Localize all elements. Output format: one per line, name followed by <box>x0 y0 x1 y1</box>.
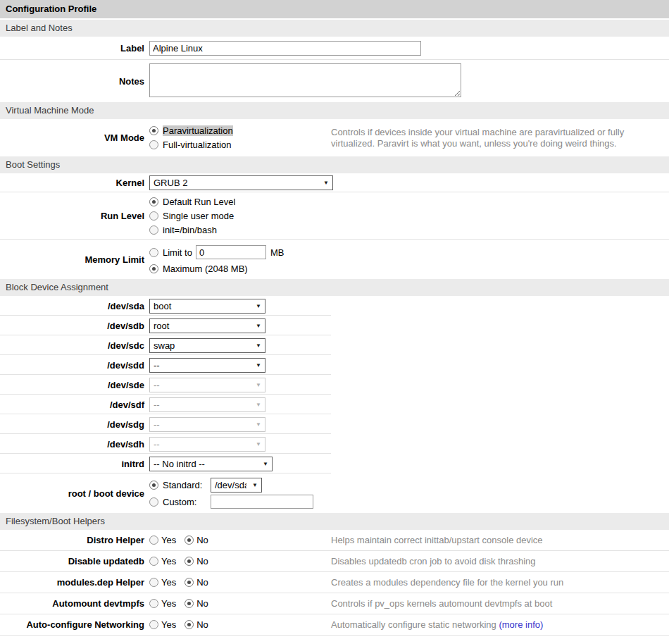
block-device-select-sdb[interactable]: root <box>149 318 265 333</box>
block-device-label: /dev/sdh <box>0 439 149 450</box>
vm-mode-option-paravirtualization: Paravirtualization <box>149 124 331 138</box>
disable-updatedb-radio-no[interactable] <box>185 557 194 566</box>
run-level-options: Default Run Level Single user mode init=… <box>149 194 235 237</box>
root-device-radio-custom[interactable] <box>149 497 158 507</box>
helper-options: Yes No <box>149 598 331 609</box>
initrd-row: initrd -- No initrd -- <box>0 454 669 473</box>
disable-updatedb-radio-yes[interactable] <box>149 557 158 566</box>
root-device-custom-input[interactable] <box>211 495 313 509</box>
dropdown-arrow-icon <box>256 382 261 388</box>
root-device-standard-select[interactable]: /dev/sda <box>211 478 262 493</box>
memory-limit-row: Memory Limit Limit to MB Maximum (2048 M… <box>0 240 669 279</box>
helper-options: Yes No <box>149 556 331 566</box>
label-field-label: Label <box>0 43 149 54</box>
block-device-label: /dev/sdc <box>0 340 149 351</box>
run-level-radio-default[interactable] <box>149 197 158 206</box>
root-device-radio-standard[interactable] <box>149 481 158 490</box>
vm-mode-row: VM Mode Paravirtualization Full-virtuali… <box>0 119 669 156</box>
run-level-radio-single-user[interactable] <box>149 211 158 221</box>
helper-options: Yes No <box>149 535 331 545</box>
vm-mode-radio-full-virtualization[interactable] <box>149 140 158 149</box>
helper-row-modules-dep: modules.dep Helper Yes No Creates a modu… <box>0 572 669 593</box>
block-device-select-value: boot <box>154 301 250 311</box>
vm-mode-options: Paravirtualization Full-virtualization <box>149 124 331 152</box>
helper-help-text: Helps maintain correct inittab/upstart c… <box>331 535 661 546</box>
run-level-option-label: Single user mode <box>163 211 234 221</box>
block-device-select-sdh: -- <box>149 437 265 452</box>
automount-devtmpfs-radio-yes[interactable] <box>149 599 158 608</box>
root-boot-device-label: root / boot device <box>0 488 149 499</box>
block-device-select-value: -- <box>154 419 250 430</box>
label-input[interactable] <box>149 41 421 56</box>
section-header-block-device-assignment: Block Device Assignment <box>0 279 669 296</box>
auto-configure-networking-radio-yes[interactable] <box>149 620 158 629</box>
root-device-standard-label: Standard: <box>163 480 211 490</box>
page-title: Configuration Profile <box>0 0 669 18</box>
block-device-select-value: -- <box>154 400 250 410</box>
helper-help-text: Disables updatedb cron job to avoid disk… <box>331 556 661 567</box>
modules-dep-radio-yes[interactable] <box>149 578 158 587</box>
block-device-label: /dev/sdd <box>0 360 149 371</box>
dropdown-arrow-icon <box>256 402 261 408</box>
helper-label: Distro Helper <box>0 535 149 545</box>
helper-help-text-part: Automatically configure static networkin… <box>331 619 499 630</box>
section-header-label-and-notes: Label and Notes <box>0 20 669 37</box>
kernel-label: Kernel <box>0 178 149 188</box>
helper-help-text: Creates a modules dependency file for th… <box>331 577 661 588</box>
vm-mode-radio-paravirtualization[interactable] <box>149 126 158 135</box>
helper-option-yes: Yes <box>149 577 176 588</box>
helper-help-text: Controls if pv_ops kernels automount dev… <box>331 598 661 609</box>
memory-limit-maximum-label: Maximum (2048 MB) <box>163 264 248 274</box>
no-label: No <box>196 598 208 609</box>
block-device-row-sde: /dev/sde -- <box>0 375 669 395</box>
notes-field-label: Notes <box>0 76 149 87</box>
block-device-select-sdc[interactable]: swap <box>149 338 265 353</box>
run-level-option-single-user: Single user mode <box>149 209 235 223</box>
dropdown-arrow-icon <box>256 323 261 329</box>
helper-option-yes: Yes <box>149 598 176 609</box>
helper-label: Auto-configure Networking <box>0 619 149 630</box>
memory-limit-input[interactable] <box>196 245 266 259</box>
configuration-profile-page: Configuration Profile Label and Notes La… <box>0 0 669 636</box>
vm-mode-option-label: Full-virtualization <box>163 140 232 150</box>
helper-option-yes: Yes <box>149 619 176 630</box>
label-row: Label <box>0 37 669 60</box>
root-device-standard-value: /dev/sda <box>215 480 246 490</box>
vm-mode-option-full-virtualization: Full-virtualization <box>149 138 331 152</box>
notes-textarea[interactable] <box>149 63 461 97</box>
initrd-select[interactable]: -- No initrd -- <box>149 457 273 471</box>
section-header-boot-settings: Boot Settings <box>0 156 669 173</box>
helper-option-yes: Yes <box>149 556 176 566</box>
distro-helper-radio-yes[interactable] <box>149 535 158 545</box>
helper-option-no: No <box>185 619 208 630</box>
helper-option-yes: Yes <box>149 535 176 545</box>
more-info-link[interactable]: (more info) <box>499 619 543 630</box>
initrd-select-value: -- No initrd -- <box>154 459 257 469</box>
kernel-select[interactable]: GRUB 2 <box>149 175 333 190</box>
modules-dep-radio-no[interactable] <box>185 578 194 587</box>
notes-row: Notes <box>0 60 669 102</box>
auto-configure-networking-radio-no[interactable] <box>185 620 194 629</box>
helper-help-text: Automatically configure static networkin… <box>331 619 661 631</box>
distro-helper-radio-no[interactable] <box>185 535 194 545</box>
memory-limit-radio-maximum[interactable] <box>149 264 158 273</box>
block-device-label: /dev/sdg <box>0 419 149 430</box>
no-label: No <box>196 619 208 630</box>
memory-limit-radio-limit-to[interactable] <box>149 248 158 257</box>
no-label: No <box>196 535 208 545</box>
block-device-select-value: -- <box>154 360 250 371</box>
block-device-select-sde: -- <box>149 378 265 392</box>
run-level-radio-init-bash[interactable] <box>149 225 158 235</box>
block-device-select-sdd[interactable]: -- <box>149 358 265 373</box>
block-device-row-sdb: /dev/sdb root <box>0 316 669 335</box>
dropdown-arrow-icon <box>323 180 329 186</box>
automount-devtmpfs-radio-no[interactable] <box>185 599 194 608</box>
block-device-row-sdg: /dev/sdg -- <box>0 414 669 434</box>
block-device-select-sda[interactable]: boot <box>149 299 265 314</box>
no-label: No <box>196 577 208 588</box>
dropdown-arrow-icon <box>256 303 261 309</box>
root-boot-device-row: root / boot device Standard: /dev/sda Cu… <box>0 473 669 513</box>
block-device-label: /dev/sdb <box>0 321 149 331</box>
block-device-label: /dev/sdf <box>0 400 149 410</box>
initrd-label: initrd <box>0 459 149 469</box>
